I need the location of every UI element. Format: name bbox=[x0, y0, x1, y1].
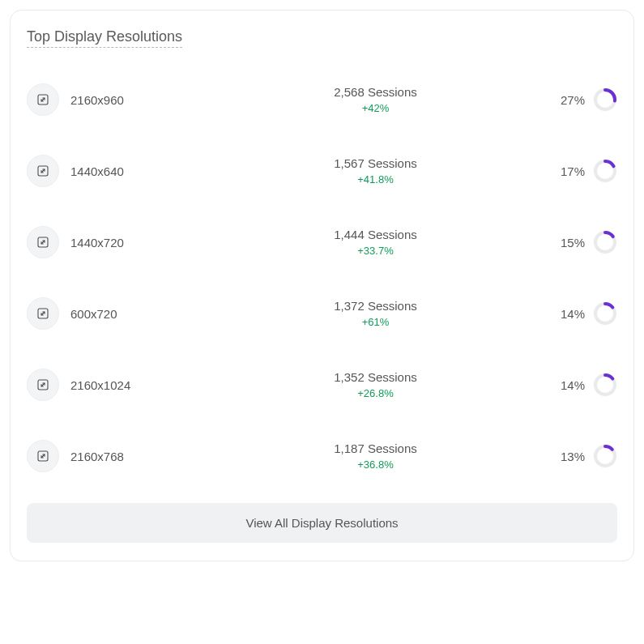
share-donut bbox=[593, 87, 617, 112]
resolution-row: 1440x720 1,444 Sessions +33.7% 15% bbox=[27, 207, 617, 278]
delta-label: +33.7% bbox=[200, 245, 551, 257]
svg-line-5 bbox=[41, 169, 45, 173]
share-donut bbox=[593, 373, 617, 397]
view-all-button[interactable]: View All Display Resolutions bbox=[27, 503, 617, 543]
delta-label: +42% bbox=[200, 102, 551, 114]
resolution-label: 1440x720 bbox=[70, 236, 200, 249]
expand-icon bbox=[27, 226, 59, 258]
delta-label: +61% bbox=[200, 316, 551, 328]
share-donut bbox=[593, 230, 617, 254]
svg-line-9 bbox=[41, 241, 45, 244]
expand-icon bbox=[27, 83, 59, 116]
delta-label: +26.8% bbox=[200, 387, 551, 399]
resolution-label: 2160x960 bbox=[70, 93, 200, 107]
svg-line-21 bbox=[41, 454, 45, 458]
expand-icon bbox=[27, 297, 59, 330]
resolution-label: 1440x640 bbox=[70, 164, 200, 178]
share-donut bbox=[593, 444, 617, 468]
svg-line-13 bbox=[41, 312, 45, 315]
sessions-block: 1,567 Sessions +41.8% bbox=[200, 156, 551, 186]
sessions-block: 1,187 Sessions +36.8% bbox=[200, 441, 551, 471]
card-title[interactable]: Top Display Resolutions bbox=[27, 28, 182, 48]
share-label: 13% bbox=[551, 450, 585, 463]
svg-line-1 bbox=[41, 98, 45, 101]
sessions-block: 1,352 Sessions +26.8% bbox=[200, 370, 551, 399]
delta-label: +41.8% bbox=[200, 173, 551, 186]
resolution-row: 600x720 1,372 Sessions +61% 14% bbox=[27, 278, 617, 349]
top-resolutions-card: Top Display Resolutions 2160x960 2,568 S… bbox=[10, 10, 634, 561]
share-label: 27% bbox=[551, 93, 585, 107]
resolution-label: 2160x1024 bbox=[70, 378, 200, 392]
sessions-label: 1,352 Sessions bbox=[200, 370, 551, 384]
share-donut bbox=[593, 159, 617, 183]
sessions-block: 1,444 Sessions +33.7% bbox=[200, 228, 551, 257]
share-label: 17% bbox=[551, 164, 585, 178]
resolution-label: 2160x768 bbox=[70, 450, 200, 463]
resolution-label: 600x720 bbox=[70, 307, 200, 321]
share-label: 15% bbox=[551, 236, 585, 249]
expand-icon bbox=[27, 440, 59, 472]
resolution-list: 2160x960 2,568 Sessions +42% 27% 1440x64… bbox=[27, 64, 617, 492]
share-label: 14% bbox=[551, 378, 585, 392]
resolution-row: 2160x768 1,187 Sessions +36.8% 13% bbox=[27, 420, 617, 492]
resolution-row: 1440x640 1,567 Sessions +41.8% 17% bbox=[27, 135, 617, 207]
svg-line-17 bbox=[41, 383, 45, 386]
sessions-label: 2,568 Sessions bbox=[200, 85, 551, 99]
resolution-row: 2160x960 2,568 Sessions +42% 27% bbox=[27, 64, 617, 135]
expand-icon bbox=[27, 155, 59, 187]
sessions-block: 2,568 Sessions +42% bbox=[200, 85, 551, 114]
sessions-label: 1,372 Sessions bbox=[200, 299, 551, 313]
sessions-label: 1,567 Sessions bbox=[200, 156, 551, 170]
sessions-block: 1,372 Sessions +61% bbox=[200, 299, 551, 328]
delta-label: +36.8% bbox=[200, 458, 551, 471]
sessions-label: 1,187 Sessions bbox=[200, 441, 551, 455]
share-donut bbox=[593, 301, 617, 326]
sessions-label: 1,444 Sessions bbox=[200, 228, 551, 241]
share-label: 14% bbox=[551, 307, 585, 321]
expand-icon bbox=[27, 369, 59, 401]
resolution-row: 2160x1024 1,352 Sessions +26.8% 14% bbox=[27, 349, 617, 420]
